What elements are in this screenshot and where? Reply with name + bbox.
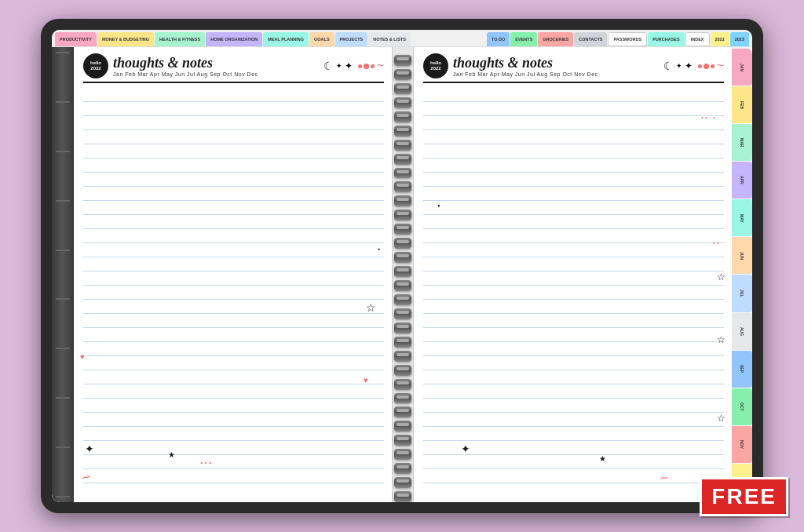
- tab-purchases[interactable]: PURCHASES: [648, 32, 685, 46]
- tab-contacts[interactable]: CONTACTS: [574, 32, 607, 46]
- spiral-ring-28: [394, 435, 411, 446]
- spiral-ring-8: [394, 154, 411, 165]
- right-deco-dots: ·· ·: [700, 109, 716, 126]
- right-tab-oct[interactable]: OCT: [732, 388, 752, 425]
- tab-projects[interactable]: PROJECTS: [335, 32, 368, 46]
- right-tab-may[interactable]: MAY: [732, 199, 752, 236]
- left-star2: ✦: [345, 60, 353, 71]
- left-line-5: [83, 144, 384, 159]
- right-tab-strip: JAN FEB MAR APR MAY JUN JUL AUG SEP OCT …: [732, 47, 752, 502]
- spiral-ring-29: [394, 449, 411, 460]
- tablet: PRODUCTIVITY MONEY & BUDGETING HEALTH & …: [41, 19, 763, 513]
- right-line-14: [423, 271, 724, 286]
- left-header-dots: [358, 64, 375, 69]
- right-line-2: [423, 102, 724, 116]
- spiral-ring-27: [394, 421, 411, 432]
- right-tab-nov[interactable]: NOV: [732, 426, 752, 463]
- spiral-ring-13: [394, 224, 411, 235]
- tab-events[interactable]: EVENTS: [510, 32, 537, 46]
- spiral-ring-18: [394, 294, 411, 305]
- right-header-dots: [698, 64, 714, 69]
- right-tab-sep[interactable]: SEP: [732, 351, 752, 388]
- right-deco-star-outline1: ☆: [717, 271, 725, 282]
- right-line-1: [423, 88, 724, 102]
- tab-home[interactable]: HOME ORGANIZATION: [206, 32, 262, 46]
- spiral-ring-5: [394, 111, 411, 122]
- tab-productivity[interactable]: PRODUCTIVITY: [55, 32, 97, 46]
- left-line-26: [83, 441, 384, 455]
- right-deco-dot-small: ●: [437, 203, 440, 208]
- left-header-decos: ☾ ✦ ✦ ~: [323, 59, 384, 73]
- right-line-28: [423, 469, 724, 483]
- left-month-row: Jan Feb Mar Apr May Jun Jul Aug Sep Oct …: [113, 71, 258, 77]
- tab-2023[interactable]: 2023: [730, 32, 749, 46]
- right-month-row: Jan Feb Mar Apr May Jun Jul Aug Sep Oct …: [453, 71, 598, 77]
- tab-todo[interactable]: TO DO: [487, 32, 510, 46]
- spiral-ring-21: [394, 337, 411, 348]
- right-tab-jun[interactable]: JUN: [732, 237, 752, 274]
- right-line-7: [423, 173, 724, 187]
- tab-notes[interactable]: NOTES & LISTS: [368, 32, 411, 46]
- left-line-24: [83, 413, 384, 427]
- right-squiggle: ~: [717, 59, 724, 73]
- right-line-10: [423, 215, 724, 229]
- right-tab-mar[interactable]: MAR: [732, 124, 752, 161]
- right-line-17: [423, 314, 724, 328]
- tab-money[interactable]: MONEY & BUDGETING: [97, 32, 154, 46]
- right-deco-star1: ✦: [461, 443, 470, 455]
- left-star1: ✦: [336, 62, 342, 70]
- right-tab-feb[interactable]: FEB: [732, 86, 752, 123]
- right-line-19: [423, 342, 724, 356]
- tab-passwords[interactable]: PASSWORDS: [608, 32, 647, 46]
- right-line-15: [423, 286, 724, 300]
- spiral-ring-25: [394, 393, 411, 404]
- right-deco-star2: ★: [599, 454, 606, 463]
- tab-2022[interactable]: 2022: [711, 32, 729, 46]
- left-deco-star1: ✦: [85, 443, 94, 455]
- spiral-ring-16: [394, 266, 411, 277]
- right-line-16: [423, 300, 724, 314]
- right-moon-icon: ☾: [663, 60, 674, 72]
- right-line-23: [423, 399, 724, 413]
- left-deco-heart1: ♥: [80, 352, 85, 361]
- right-tab-apr[interactable]: APR: [732, 162, 752, 199]
- left-line-7: [83, 173, 384, 187]
- right-line-22: [423, 384, 724, 399]
- spiral-ring-1: [394, 55, 411, 66]
- right-tab-jan[interactable]: JAN: [732, 49, 752, 86]
- left-deco-star2: ★: [168, 450, 175, 459]
- left-line-22: [83, 384, 384, 399]
- left-header-left: hello 2022 thoughts & notes Jan Feb Mar …: [83, 53, 258, 78]
- spiral-ring-10: [394, 181, 411, 192]
- right-deco-star-outline3: ☆: [717, 413, 725, 424]
- left-line-9: [83, 201, 384, 215]
- tab-index[interactable]: INDEX: [685, 32, 710, 46]
- right-line-24: [423, 413, 724, 427]
- right-line-6: [423, 159, 724, 173]
- right-line-3: [423, 116, 724, 130]
- right-line-27: [423, 455, 724, 469]
- right-line-8: [423, 187, 724, 201]
- left-page: hello 2022 thoughts & notes Jan Feb Mar …: [74, 47, 392, 502]
- main-content: hello 2022 thoughts & notes Jan Feb Mar …: [52, 47, 752, 502]
- right-tab-jul[interactable]: JUL: [732, 275, 752, 312]
- spiral-ring-4: [394, 97, 411, 108]
- tab-groceries[interactable]: GROCERIES: [538, 32, 573, 46]
- left-deco-dots-bottom: ···: [199, 453, 213, 471]
- left-line-21: [83, 370, 384, 384]
- left-deco-star-outline: ☆: [366, 301, 376, 314]
- spiral-ring-20: [394, 322, 411, 333]
- tab-meal[interactable]: MEAL PLANNING: [263, 32, 309, 46]
- right-header-decos: ☾ ✦ ✦ ~: [663, 59, 724, 73]
- right-tab-aug[interactable]: AUG: [732, 313, 752, 350]
- right-deco-dots2: ··: [712, 235, 720, 251]
- spiral-ring-19: [394, 308, 411, 319]
- tab-goals[interactable]: GOALS: [309, 32, 334, 46]
- spiral-ring-2: [394, 69, 411, 80]
- left-line-6: [83, 159, 384, 173]
- spiral-ring-31: [394, 477, 411, 488]
- spiral-ring-15: [394, 252, 411, 263]
- tab-health[interactable]: HEALTH & FITNESS: [155, 32, 205, 46]
- spiral-ring-32: [394, 491, 411, 502]
- right-page: hello 2022 thoughts & notes Jan Feb Mar …: [414, 47, 732, 502]
